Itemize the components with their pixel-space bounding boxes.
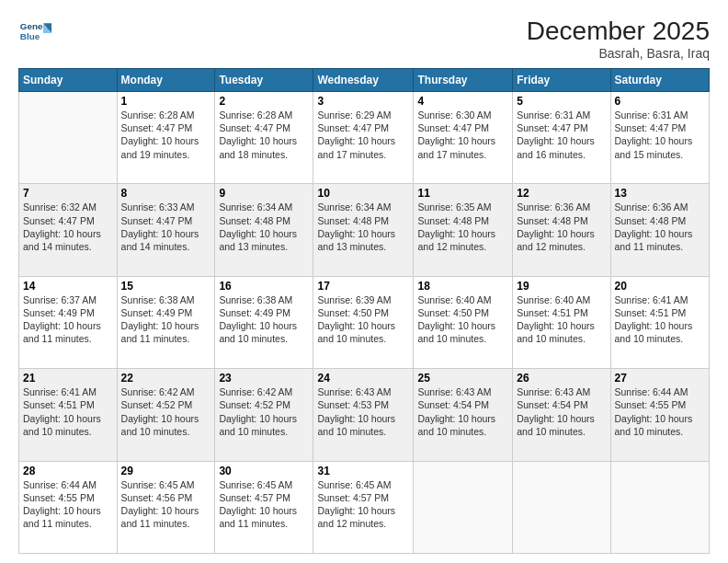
day-number: 14 [23, 280, 113, 293]
day-number: 26 [517, 372, 606, 385]
day-info: Sunrise: 6:34 AMSunset: 4:48 PMDaylight:… [219, 201, 309, 253]
logo: General Blue General Blue [18, 17, 55, 50]
day-info: Sunrise: 6:39 AMSunset: 4:50 PMDaylight:… [317, 293, 409, 346]
calendar-header-wednesday: Wednesday [313, 69, 414, 92]
day-info: Sunrise: 6:31 AMSunset: 4:47 PMDaylight:… [615, 109, 705, 161]
calendar-cell: 17Sunrise: 6:39 AMSunset: 4:50 PMDayligh… [313, 276, 414, 368]
day-info: Sunrise: 6:35 AMSunset: 4:48 PMDaylight:… [417, 201, 508, 253]
day-info: Sunrise: 6:28 AMSunset: 4:47 PMDaylight:… [219, 109, 309, 161]
day-info: Sunrise: 6:40 AMSunset: 4:51 PMDaylight:… [517, 293, 606, 346]
calendar-cell: 24Sunrise: 6:43 AMSunset: 4:53 PMDayligh… [313, 369, 414, 461]
calendar-cell [610, 461, 709, 553]
day-number: 27 [615, 372, 705, 385]
day-number: 11 [417, 187, 508, 200]
day-info: Sunrise: 6:41 AMSunset: 4:51 PMDaylight:… [23, 385, 113, 438]
calendar-cell: 10Sunrise: 6:34 AMSunset: 4:48 PMDayligh… [313, 184, 414, 276]
day-number: 30 [219, 465, 309, 477]
calendar-cell: 22Sunrise: 6:42 AMSunset: 4:52 PMDayligh… [117, 369, 215, 461]
day-number: 5 [517, 95, 606, 108]
calendar-week-2: 7Sunrise: 6:32 AMSunset: 4:47 PMDaylight… [19, 184, 710, 276]
calendar-cell: 28Sunrise: 6:44 AMSunset: 4:55 PMDayligh… [19, 461, 118, 553]
day-number: 19 [517, 280, 606, 293]
day-number: 20 [615, 280, 705, 293]
day-number: 3 [317, 95, 409, 108]
day-number: 9 [219, 187, 309, 200]
calendar-cell: 27Sunrise: 6:44 AMSunset: 4:55 PMDayligh… [610, 369, 709, 461]
day-info: Sunrise: 6:42 AMSunset: 4:52 PMDaylight:… [121, 385, 211, 438]
day-number: 12 [517, 187, 606, 200]
calendar-cell: 20Sunrise: 6:41 AMSunset: 4:51 PMDayligh… [610, 276, 709, 368]
month-title: December 2025 [527, 17, 710, 46]
day-info: Sunrise: 6:34 AMSunset: 4:48 PMDaylight:… [317, 201, 409, 253]
header: General Blue General Blue December 2025 … [18, 17, 710, 61]
day-number: 6 [615, 95, 705, 108]
calendar-cell [414, 461, 513, 553]
calendar-cell [19, 92, 118, 184]
calendar: SundayMondayTuesdayWednesdayThursdayFrid… [18, 68, 710, 554]
day-number: 7 [23, 187, 113, 200]
day-number: 4 [417, 95, 508, 108]
calendar-cell: 6Sunrise: 6:31 AMSunset: 4:47 PMDaylight… [610, 92, 709, 184]
calendar-cell: 3Sunrise: 6:29 AMSunset: 4:47 PMDaylight… [313, 92, 414, 184]
calendar-header-tuesday: Tuesday [215, 69, 313, 92]
calendar-cell: 7Sunrise: 6:32 AMSunset: 4:47 PMDaylight… [19, 184, 118, 276]
day-number: 24 [317, 372, 409, 385]
calendar-cell [513, 461, 610, 553]
calendar-week-3: 14Sunrise: 6:37 AMSunset: 4:49 PMDayligh… [19, 276, 710, 368]
day-info: Sunrise: 6:28 AMSunset: 4:47 PMDaylight:… [121, 109, 211, 161]
day-info: Sunrise: 6:45 AMSunset: 4:57 PMDaylight:… [317, 478, 409, 531]
calendar-cell: 13Sunrise: 6:36 AMSunset: 4:48 PMDayligh… [610, 184, 709, 276]
calendar-week-5: 28Sunrise: 6:44 AMSunset: 4:55 PMDayligh… [19, 461, 710, 553]
day-info: Sunrise: 6:29 AMSunset: 4:47 PMDaylight:… [317, 109, 409, 161]
calendar-cell: 15Sunrise: 6:38 AMSunset: 4:49 PMDayligh… [117, 276, 215, 368]
calendar-header-monday: Monday [117, 69, 215, 92]
calendar-cell: 1Sunrise: 6:28 AMSunset: 4:47 PMDaylight… [117, 92, 215, 184]
calendar-cell: 2Sunrise: 6:28 AMSunset: 4:47 PMDaylight… [215, 92, 313, 184]
day-number: 17 [317, 280, 409, 293]
day-number: 18 [417, 280, 508, 293]
page: General Blue General Blue December 2025 … [0, 0, 728, 563]
day-info: Sunrise: 6:44 AMSunset: 4:55 PMDaylight:… [615, 385, 705, 438]
day-number: 1 [121, 95, 211, 108]
calendar-week-4: 21Sunrise: 6:41 AMSunset: 4:51 PMDayligh… [19, 369, 710, 461]
day-info: Sunrise: 6:43 AMSunset: 4:54 PMDaylight:… [417, 385, 508, 438]
day-info: Sunrise: 6:30 AMSunset: 4:47 PMDaylight:… [417, 109, 508, 161]
calendar-header-saturday: Saturday [610, 69, 709, 92]
logo-icon: General Blue [18, 17, 51, 50]
calendar-cell: 9Sunrise: 6:34 AMSunset: 4:48 PMDaylight… [215, 184, 313, 276]
day-number: 28 [23, 465, 113, 477]
day-info: Sunrise: 6:43 AMSunset: 4:53 PMDaylight:… [317, 385, 409, 438]
calendar-cell: 30Sunrise: 6:45 AMSunset: 4:57 PMDayligh… [215, 461, 313, 553]
calendar-cell: 5Sunrise: 6:31 AMSunset: 4:47 PMDaylight… [513, 92, 610, 184]
day-info: Sunrise: 6:41 AMSunset: 4:51 PMDaylight:… [615, 293, 705, 346]
day-number: 13 [615, 187, 705, 200]
day-info: Sunrise: 6:42 AMSunset: 4:52 PMDaylight:… [219, 385, 309, 438]
calendar-header-sunday: Sunday [19, 69, 118, 92]
calendar-cell: 18Sunrise: 6:40 AMSunset: 4:50 PMDayligh… [414, 276, 513, 368]
calendar-cell: 23Sunrise: 6:42 AMSunset: 4:52 PMDayligh… [215, 369, 313, 461]
day-number: 22 [121, 372, 211, 385]
calendar-cell: 26Sunrise: 6:43 AMSunset: 4:54 PMDayligh… [513, 369, 610, 461]
calendar-cell: 31Sunrise: 6:45 AMSunset: 4:57 PMDayligh… [313, 461, 414, 553]
day-info: Sunrise: 6:43 AMSunset: 4:54 PMDaylight:… [517, 385, 606, 438]
calendar-header-thursday: Thursday [414, 69, 513, 92]
calendar-header-row: SundayMondayTuesdayWednesdayThursdayFrid… [19, 69, 710, 92]
day-info: Sunrise: 6:36 AMSunset: 4:48 PMDaylight:… [517, 201, 606, 253]
day-number: 31 [317, 465, 409, 477]
calendar-cell: 8Sunrise: 6:33 AMSunset: 4:47 PMDaylight… [117, 184, 215, 276]
day-info: Sunrise: 6:33 AMSunset: 4:47 PMDaylight:… [121, 201, 211, 253]
day-number: 25 [417, 372, 508, 385]
day-number: 8 [121, 187, 211, 200]
calendar-cell: 14Sunrise: 6:37 AMSunset: 4:49 PMDayligh… [19, 276, 118, 368]
calendar-cell: 19Sunrise: 6:40 AMSunset: 4:51 PMDayligh… [513, 276, 610, 368]
day-number: 2 [219, 95, 309, 108]
day-number: 21 [23, 372, 113, 385]
calendar-cell: 29Sunrise: 6:45 AMSunset: 4:56 PMDayligh… [117, 461, 215, 553]
day-number: 23 [219, 372, 309, 385]
svg-text:Blue: Blue [20, 31, 40, 41]
day-number: 10 [317, 187, 409, 200]
day-number: 15 [121, 280, 211, 293]
day-info: Sunrise: 6:45 AMSunset: 4:57 PMDaylight:… [219, 478, 309, 531]
calendar-cell: 12Sunrise: 6:36 AMSunset: 4:48 PMDayligh… [513, 184, 610, 276]
calendar-week-1: 1Sunrise: 6:28 AMSunset: 4:47 PMDaylight… [19, 92, 710, 184]
